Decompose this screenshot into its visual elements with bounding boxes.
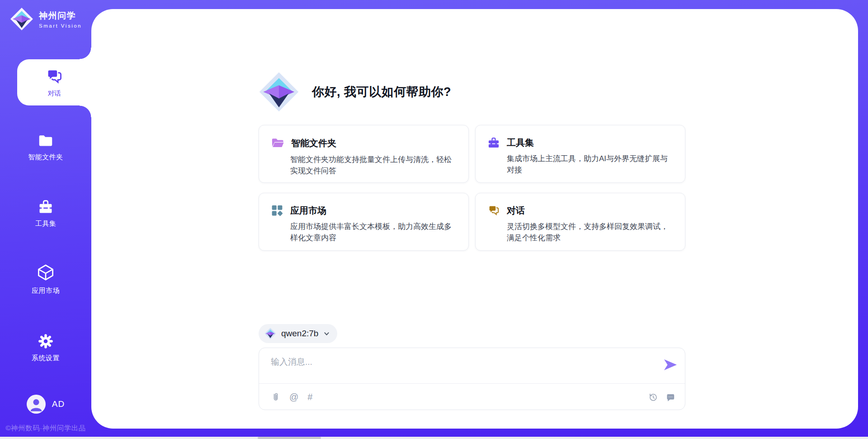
card-description: 智能文件夹功能支持批量文件上传与清洗，轻松实现文件问答 [290, 154, 457, 177]
sidebar-item-settings[interactable]: 系统设置 [0, 333, 91, 363]
gear-icon [37, 333, 54, 350]
chat-bubbles-icon [45, 67, 63, 86]
send-arrow-icon[interactable] [664, 359, 677, 370]
horizontal-scrollbar[interactable] [0, 437, 868, 439]
toolbox-icon [487, 136, 500, 149]
app-grid-icon [271, 204, 283, 217]
logo-subtitle: Smart Vision [39, 23, 82, 29]
sidebar-item-chat[interactable]: 对话 [17, 59, 91, 105]
sidebar-item-label: 智能文件夹 [28, 153, 63, 162]
toolbox-icon [37, 198, 54, 215]
card-toolset[interactable]: 工具集 集成市场上主流工具，助力AI与外界无缝扩展与对接 [475, 125, 685, 183]
card-title: 应用市场 [290, 205, 326, 217]
card-title: 对话 [507, 205, 525, 217]
card-title: 工具集 [507, 137, 534, 149]
comment-icon[interactable] [665, 392, 675, 402]
composer-divider [259, 383, 685, 384]
card-description: 灵活切换多模型文件，支持多样回复效果调试，满足个性化需求 [507, 221, 673, 243]
user-initials: AD [52, 399, 65, 409]
card-smart-folder[interactable]: 智能文件夹 智能文件夹功能支持批量文件上传与清洗，轻松实现文件问答 [259, 125, 469, 183]
card-description: 集成市场上主流工具，助力AI与外界无缝扩展与对接 [507, 153, 673, 176]
sidebar-item-label: 系统设置 [32, 354, 60, 363]
sidebar-item-label: 对话 [48, 89, 61, 98]
folder-open-icon [271, 136, 284, 150]
message-input[interactable] [270, 355, 656, 380]
logo-title: 神州问学 [39, 10, 82, 22]
card-app-market[interactable]: 应用市场 应用市场提供丰富长文本模板，助力高效生成多样化文章内容 [259, 193, 469, 251]
sidebar-item-smart-folder[interactable]: 智能文件夹 [0, 133, 91, 162]
diamond-logo-icon [259, 72, 299, 112]
app-logo: 神州问学 Smart Vision [10, 7, 82, 31]
cube-icon [36, 262, 56, 282]
card-title: 智能文件夹 [291, 137, 336, 149]
avatar [27, 395, 46, 414]
chat-bubbles-icon [487, 204, 500, 217]
sidebar: 神州问学 Smart Vision 对话 智能文件夹 工具集 [0, 0, 91, 439]
paperclip-icon[interactable] [271, 392, 280, 402]
card-description: 应用市场提供丰富长文本模板，助力高效生成多样化文章内容 [290, 221, 457, 243]
greeting-block: 你好, 我可以如何帮助你? [259, 72, 451, 112]
sidebar-item-label: 工具集 [35, 220, 57, 228]
user-profile[interactable]: AD [0, 395, 91, 414]
history-icon[interactable] [648, 392, 658, 402]
folder-icon [37, 133, 54, 149]
message-composer: @ # [259, 348, 685, 410]
chevron-down-icon [323, 330, 330, 337]
sidebar-item-toolset[interactable]: 工具集 [0, 198, 91, 228]
person-icon [27, 395, 46, 414]
sidebar-item-app-market[interactable]: 应用市场 [0, 262, 91, 295]
diamond-logo-icon [264, 328, 276, 339]
model-name: qwen2:7b [281, 329, 318, 339]
at-icon[interactable]: @ [289, 392, 298, 402]
sidebar-item-label: 应用市场 [32, 286, 60, 295]
feature-cards: 智能文件夹 智能文件夹功能支持批量文件上传与清洗，轻松实现文件问答 工具集 集成… [259, 125, 685, 251]
scrollbar-thumb[interactable] [258, 437, 321, 439]
hash-icon[interactable]: # [307, 392, 312, 402]
diamond-logo-icon [10, 7, 33, 31]
card-chat[interactable]: 对话 灵活切换多模型文件，支持多样回复效果调试，满足个性化需求 [475, 193, 685, 251]
main-content: 你好, 我可以如何帮助你? 智能文件夹 智能文件夹功能支持批量文件上传与清洗，轻… [91, 9, 858, 429]
sidebar-footer: ©神州数码·神州问学出品 [0, 424, 91, 433]
model-selector[interactable]: qwen2:7b [259, 324, 337, 343]
greeting-text: 你好, 我可以如何帮助你? [312, 84, 451, 100]
